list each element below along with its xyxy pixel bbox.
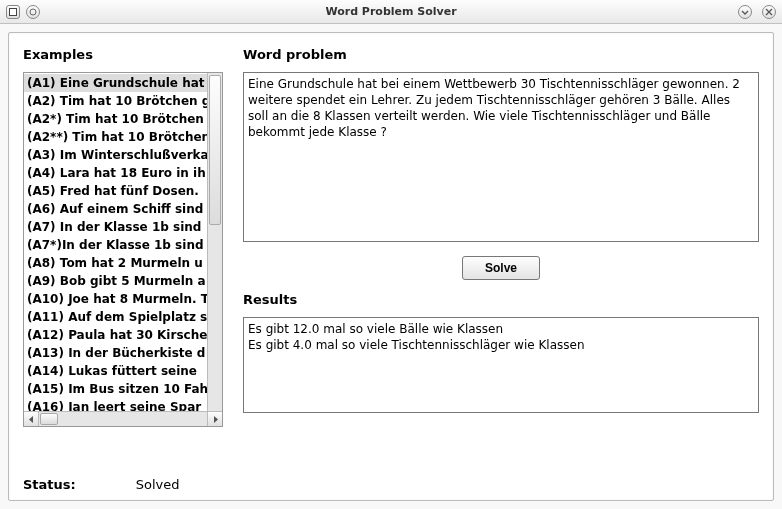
list-item[interactable]: (A8) Tom hat 2 Murmeln u bbox=[24, 254, 207, 272]
status-label: Status: bbox=[23, 477, 76, 492]
svg-point-2 bbox=[30, 9, 36, 15]
list-item[interactable]: (A2**) Tim hat 10 Brötchen bbox=[24, 128, 207, 146]
minimize-icon[interactable] bbox=[738, 5, 752, 19]
examples-label: Examples bbox=[23, 47, 223, 62]
list-item[interactable]: (A7*)In der Klasse 1b sind bbox=[24, 236, 207, 254]
list-item[interactable]: (A5) Fred hat fünf Dosen. bbox=[24, 182, 207, 200]
main-frame: Examples (A1) Eine Grundschule hat(A2) T… bbox=[8, 32, 774, 501]
svg-rect-1 bbox=[10, 9, 16, 15]
results-label: Results bbox=[243, 292, 759, 307]
list-item[interactable]: (A13) In der Bücherkiste d bbox=[24, 344, 207, 362]
list-item[interactable]: (A6) Auf einem Schiff sind bbox=[24, 200, 207, 218]
list-item[interactable]: (A7) In der Klasse 1b sind bbox=[24, 218, 207, 236]
vertical-scrollbar[interactable] bbox=[207, 73, 222, 411]
scroll-left-icon[interactable] bbox=[24, 412, 39, 426]
list-item[interactable]: (A2) Tim hat 10 Brötchen g bbox=[24, 92, 207, 110]
window-title: Word Problem Solver bbox=[0, 5, 782, 18]
list-item[interactable]: (A11) Auf dem Spielplatz s bbox=[24, 308, 207, 326]
window-menu-icon[interactable] bbox=[6, 5, 20, 19]
list-item[interactable]: (A16) Jan leert seine Spar bbox=[24, 398, 207, 411]
window-titlebar: Word Problem Solver bbox=[0, 0, 782, 24]
close-icon[interactable] bbox=[762, 5, 776, 19]
solve-button[interactable]: Solve bbox=[462, 256, 540, 280]
result-line: Es gibt 12.0 mal so viele Bälle wie Klas… bbox=[248, 321, 754, 337]
results-textarea[interactable]: Es gibt 12.0 mal so viele Bälle wie Klas… bbox=[243, 317, 759, 413]
horizontal-scrollbar[interactable] bbox=[24, 411, 222, 426]
result-line: Es gibt 4.0 mal so viele Tischtennisschl… bbox=[248, 337, 754, 353]
status-bar: Status: Solved bbox=[23, 477, 180, 492]
window-control-icon[interactable] bbox=[26, 5, 40, 19]
status-value: Solved bbox=[136, 477, 180, 492]
problem-label: Word problem bbox=[243, 47, 759, 62]
list-item[interactable]: (A12) Paula hat 30 Kirsche bbox=[24, 326, 207, 344]
examples-listbox[interactable]: (A1) Eine Grundschule hat(A2) Tim hat 10… bbox=[23, 72, 223, 427]
list-item[interactable]: (A1) Eine Grundschule hat bbox=[24, 74, 207, 92]
list-item[interactable]: (A9) Bob gibt 5 Murmeln a bbox=[24, 272, 207, 290]
list-item[interactable]: (A4) Lara hat 18 Euro in ih bbox=[24, 164, 207, 182]
list-item[interactable]: (A3) Im Winterschlußverka bbox=[24, 146, 207, 164]
problem-textarea[interactable]: Eine Grundschule hat bei einem Wettbewer… bbox=[243, 72, 759, 242]
list-item[interactable]: (A14) Lukas füttert seine bbox=[24, 362, 207, 380]
list-item[interactable]: (A10) Joe hat 8 Murmeln. T bbox=[24, 290, 207, 308]
scroll-right-icon[interactable] bbox=[207, 412, 222, 426]
list-item[interactable]: (A15) Im Bus sitzen 10 Fah bbox=[24, 380, 207, 398]
list-item[interactable]: (A2*) Tim hat 10 Brötchen bbox=[24, 110, 207, 128]
